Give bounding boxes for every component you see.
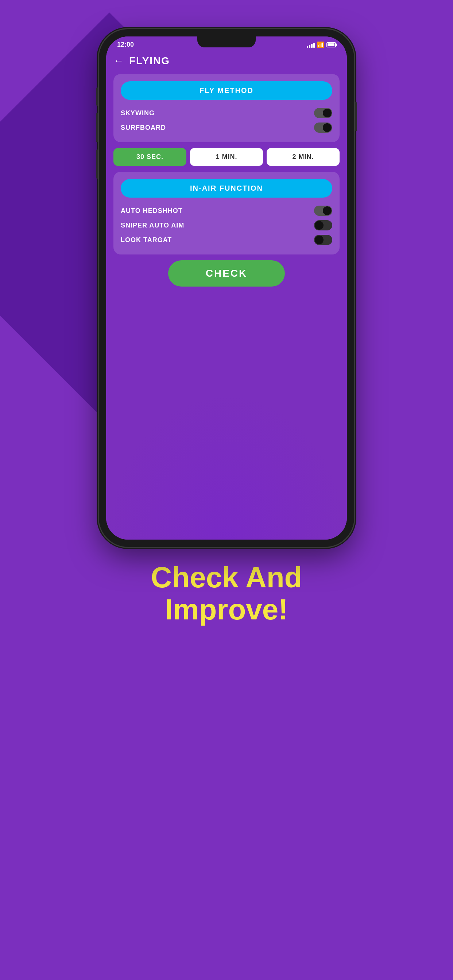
- auto-headshot-toggle-knob: [323, 206, 332, 215]
- page-title: FLYING: [129, 55, 170, 67]
- page-wrapper: 12:00 📶 ←: [0, 0, 453, 980]
- wifi-icon: 📶: [317, 41, 324, 48]
- in-air-function-card: IN-AIR FUNCTION AUTO HEDSHHOT SNIPER AUT…: [113, 172, 340, 255]
- time-btn-30sec-label: 30 SEC.: [136, 153, 163, 161]
- time-btn-1min-label: 1 MIN.: [215, 153, 237, 161]
- phone-frame: 12:00 📶 ←: [99, 29, 354, 547]
- surfboard-toggle[interactable]: [314, 123, 332, 133]
- in-air-function-label: IN-AIR FUNCTION: [190, 184, 263, 192]
- signal-bar-4: [313, 43, 315, 48]
- promo-line2: Improve!: [151, 593, 302, 625]
- time-btn-1min[interactable]: 1 MIN.: [190, 148, 263, 166]
- fly-method-header[interactable]: FLY METHOD: [121, 81, 332, 100]
- sniper-auto-aim-toggle-knob: [315, 221, 324, 230]
- sniper-auto-aim-label: SNIPER AUTO AIM: [121, 222, 184, 229]
- status-bar: 12:00 📶: [106, 37, 347, 51]
- screen-glow: [106, 394, 347, 539]
- auto-headshot-label: AUTO HEDSHHOT: [121, 207, 183, 215]
- look-target-toggle[interactable]: [314, 235, 332, 245]
- time-selector: 30 SEC. 1 MIN. 2 MIN.: [113, 148, 340, 166]
- volume-up-button: [96, 113, 98, 142]
- skywing-label: SKYWING: [121, 110, 155, 117]
- signal-icon: [307, 42, 315, 48]
- check-button[interactable]: CHECK: [168, 260, 285, 286]
- signal-bar-3: [311, 44, 313, 48]
- page-header: ← FLYING: [113, 51, 340, 74]
- screen-content: ← FLYING FLY METHOD SKYWING: [106, 51, 347, 539]
- check-button-label: CHECK: [206, 267, 248, 279]
- skywing-toggle-knob: [323, 109, 332, 118]
- status-icons: 📶: [307, 41, 336, 48]
- auto-headshot-toggle[interactable]: [314, 205, 332, 216]
- look-target-row: LOOK TARGAT: [121, 232, 332, 247]
- look-target-label: LOOK TARGAT: [121, 236, 172, 244]
- phone-screen: 12:00 📶 ←: [106, 37, 347, 539]
- power-button: [355, 102, 357, 131]
- volume-down-button: [96, 150, 98, 179]
- surfboard-label: SURFBOARD: [121, 124, 166, 132]
- sniper-auto-aim-row: SNIPER AUTO AIM: [121, 218, 332, 232]
- skywing-row: SKYWING: [121, 106, 332, 120]
- fly-method-card: FLY METHOD SKYWING SURFBOARD: [113, 74, 340, 142]
- promo-line1: Check And: [151, 562, 302, 593]
- time-btn-2min-label: 2 MIN.: [292, 153, 314, 161]
- status-time: 12:00: [117, 41, 134, 48]
- battery-fill: [327, 43, 335, 46]
- skywing-toggle[interactable]: [314, 108, 332, 118]
- promo-text: Check And Improve!: [136, 562, 317, 625]
- mute-button: [96, 88, 98, 106]
- look-target-toggle-knob: [315, 235, 324, 244]
- sniper-auto-aim-toggle[interactable]: [314, 220, 332, 231]
- fly-method-label: FLY METHOD: [199, 86, 254, 94]
- time-btn-2min[interactable]: 2 MIN.: [266, 148, 340, 166]
- time-btn-30sec[interactable]: 30 SEC.: [113, 148, 187, 166]
- auto-headshot-row: AUTO HEDSHHOT: [121, 204, 332, 218]
- in-air-function-header[interactable]: IN-AIR FUNCTION: [121, 179, 332, 197]
- surfboard-row: SURFBOARD: [121, 120, 332, 135]
- battery-icon: [327, 42, 336, 48]
- signal-bar-1: [307, 46, 308, 48]
- signal-bar-2: [309, 45, 310, 48]
- surfboard-toggle-knob: [323, 123, 332, 132]
- back-button[interactable]: ←: [113, 55, 124, 67]
